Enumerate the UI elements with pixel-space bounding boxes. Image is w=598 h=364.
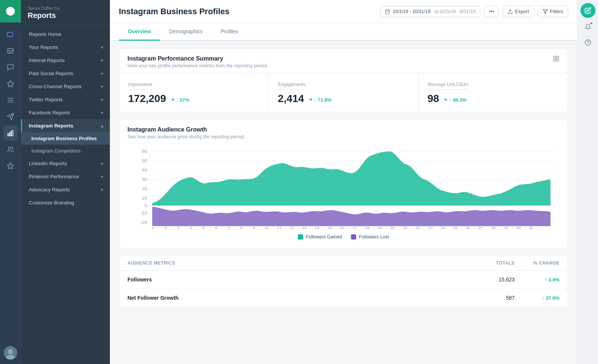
svg-rect-24 bbox=[557, 59, 559, 61]
nav-icon-send[interactable] bbox=[3, 109, 18, 124]
app-logo[interactable] bbox=[0, 0, 21, 22]
nav-icon-people[interactable] bbox=[3, 142, 18, 157]
svg-text:50: 50 bbox=[142, 158, 147, 163]
compose-button[interactable] bbox=[580, 3, 595, 18]
legend-followers-gained: Followers Gained bbox=[298, 234, 342, 240]
sidebar-item-branding[interactable]: Customize Branding bbox=[21, 196, 110, 209]
engagements-label: Engagements bbox=[278, 82, 305, 90]
svg-text:21: 21 bbox=[403, 226, 408, 230]
followers-row-total: 15,623 bbox=[470, 277, 515, 283]
net-growth-row-label: Net Follower Growth bbox=[127, 295, 470, 301]
chevron-down-icon: ▾ bbox=[101, 84, 103, 89]
svg-marker-20 bbox=[543, 9, 548, 13]
sidebar-subitem-instagram-business[interactable]: Instagram Business Profiles bbox=[21, 132, 110, 145]
followers-gained-label: Followers Gained bbox=[306, 234, 342, 240]
col-change: % Change bbox=[515, 260, 560, 266]
sidebar-subitem-instagram-competitors[interactable]: Instagram Competitors bbox=[21, 145, 110, 157]
more-options-button[interactable]: ••• bbox=[484, 6, 499, 17]
sidebar-item-pinterest[interactable]: Pinterest Performance ▾ bbox=[21, 170, 110, 183]
tabs-bar: Overview Demographics Profiles bbox=[110, 23, 577, 41]
audience-growth-subtitle: See how your audience grew during the re… bbox=[127, 134, 245, 139]
sidebar-nav: Reports Home Your Reports ▾ Internal Rep… bbox=[21, 25, 110, 364]
svg-text:24: 24 bbox=[441, 226, 446, 230]
chevron-down-icon: ▾ bbox=[101, 45, 103, 50]
tab-overview[interactable]: Overview bbox=[119, 23, 160, 41]
help-button[interactable] bbox=[581, 36, 595, 49]
nav-icon-inbox[interactable] bbox=[3, 43, 18, 58]
chevron-down-icon: ▾ bbox=[101, 174, 103, 179]
sidebar-item-your-reports[interactable]: Your Reports ▾ bbox=[21, 41, 110, 54]
nav-icon-reports[interactable] bbox=[3, 126, 18, 141]
svg-text:6: 6 bbox=[215, 226, 218, 230]
date-range-value: 10/1/19 - 10/31/19 bbox=[392, 9, 430, 14]
svg-text:-10: -10 bbox=[140, 211, 147, 216]
svg-text:22: 22 bbox=[416, 226, 420, 230]
table-row-net-follower-growth: Net Follower Growth 587 ↑ 37.8% bbox=[119, 289, 568, 307]
svg-text:25: 25 bbox=[453, 226, 458, 230]
svg-text:27: 27 bbox=[478, 226, 483, 230]
svg-text:30: 30 bbox=[516, 226, 521, 230]
svg-text:29: 29 bbox=[504, 226, 509, 230]
svg-text:26: 26 bbox=[466, 226, 471, 230]
company-name: Sprout Coffee Co. bbox=[28, 6, 103, 10]
col-totals: Totals bbox=[470, 260, 515, 266]
svg-text:-20: -20 bbox=[140, 220, 147, 225]
sidebar-item-paid-social[interactable]: Paid Social Reports ▾ bbox=[21, 67, 110, 80]
svg-text:10: 10 bbox=[264, 226, 269, 230]
svg-text:31: 31 bbox=[529, 226, 534, 230]
nav-icon-messages[interactable] bbox=[3, 60, 18, 75]
export-button[interactable]: Export bbox=[503, 6, 534, 17]
svg-text:20: 20 bbox=[390, 226, 395, 230]
svg-text:2: 2 bbox=[164, 226, 167, 230]
chevron-down-icon: ▾ bbox=[101, 58, 103, 63]
filters-button[interactable]: Filters bbox=[538, 6, 568, 17]
col-audience-metrics: Audience Metrics bbox=[127, 260, 470, 266]
sidebar-item-facebook[interactable]: Facebook Reports ▾ bbox=[21, 106, 110, 119]
svg-rect-15 bbox=[386, 10, 390, 13]
performance-summary-header: Instagram Performance Summary View your … bbox=[119, 49, 568, 73]
svg-text:20: 20 bbox=[142, 186, 147, 191]
performance-title: Instagram Performance Summary bbox=[127, 55, 268, 62]
audience-growth-title: Instagram Audience Growth bbox=[127, 126, 245, 133]
svg-text:8: 8 bbox=[240, 226, 243, 230]
svg-text:30: 30 bbox=[142, 177, 147, 182]
app-title: Reports bbox=[28, 11, 103, 20]
svg-rect-21 bbox=[554, 56, 555, 58]
link-clicks-label: Message Link Clicks bbox=[428, 82, 468, 90]
svg-text:17: 17 bbox=[352, 226, 357, 230]
impressions-value: 172,209 bbox=[128, 93, 166, 104]
followers-lost-label: Followers Lost bbox=[359, 234, 389, 240]
chevron-down-icon: ▾ bbox=[101, 71, 103, 76]
legend-followers-lost: Followers Lost bbox=[351, 234, 389, 240]
sidebar: Sprout Coffee Co. Reports Reports Home Y… bbox=[21, 0, 110, 364]
sidebar-item-linkedin[interactable]: LinkedIn Reports ▾ bbox=[21, 157, 110, 170]
chevron-down-icon: ▾ bbox=[101, 187, 103, 192]
followers-row-change: ↑ 3.9% bbox=[515, 277, 560, 283]
nav-icon-star[interactable] bbox=[3, 158, 18, 173]
chart-legend: Followers Gained Followers Lost bbox=[127, 231, 560, 241]
chart-container: 60 50 40 30 20 10 0 -10 -20 bbox=[119, 144, 568, 249]
svg-text:18: 18 bbox=[365, 226, 370, 230]
sidebar-item-instagram[interactable]: Instagram Reports ▴ bbox=[21, 119, 110, 132]
grid-icon[interactable] bbox=[553, 55, 560, 64]
page-title: Instagram Business Profiles bbox=[119, 7, 229, 16]
sidebar-item-internal-reports[interactable]: Internal Reports ▾ bbox=[21, 54, 110, 67]
nav-icon-list[interactable] bbox=[3, 93, 18, 108]
tab-demographics[interactable]: Demographics bbox=[160, 23, 212, 41]
tab-profiles[interactable]: Profiles bbox=[212, 23, 247, 41]
filters-label: Filters bbox=[550, 9, 563, 14]
notifications-button[interactable] bbox=[581, 20, 595, 34]
export-label: Export bbox=[515, 9, 529, 14]
sidebar-item-advocacy[interactable]: Advocacy Reports ▾ bbox=[21, 183, 110, 196]
date-range-button[interactable]: 10/1/19 - 10/31/19 vs 6/15/19 - 6/31/19 bbox=[380, 6, 480, 17]
user-avatar[interactable] bbox=[4, 346, 17, 360]
svg-marker-11 bbox=[7, 163, 14, 169]
chevron-down-icon: ▾ bbox=[101, 161, 103, 166]
sidebar-item-reports-home[interactable]: Reports Home bbox=[21, 28, 110, 41]
sidebar-item-cross-channel[interactable]: Cross-Channel Reports ▾ bbox=[21, 80, 110, 93]
link-clicks-change: ↑ 46.3% bbox=[444, 97, 466, 103]
nav-icon-folder[interactable] bbox=[3, 27, 18, 42]
svg-rect-8 bbox=[10, 132, 11, 136]
sidebar-item-twitter[interactable]: Twitter Reports ▾ bbox=[21, 93, 110, 106]
nav-icon-pin[interactable] bbox=[3, 76, 18, 91]
